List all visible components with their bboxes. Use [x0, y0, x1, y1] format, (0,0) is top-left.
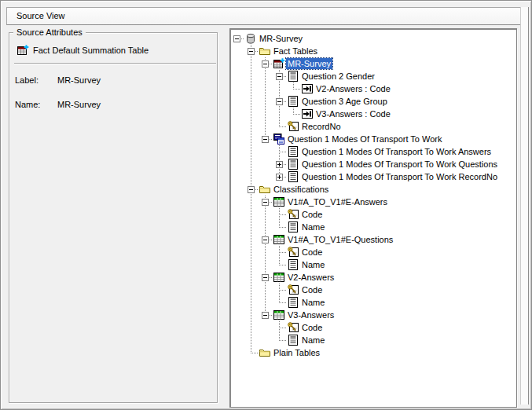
tree-guide-line — [251, 108, 251, 120]
tree-item[interactable]: Classifications — [232, 183, 515, 196]
tree-item[interactable]: RecordNo — [232, 120, 515, 133]
tree-item-label[interactable]: Question 2 Gender — [300, 71, 376, 82]
tree-item[interactable]: V3-Answers — [232, 309, 515, 321]
list-icon — [287, 296, 299, 309]
tree-item-label[interactable]: V1#A_TO_V1#E-Questions — [286, 234, 394, 245]
tree-item-label[interactable]: Question 1 Modes Of Transport To Work Qu… — [300, 159, 499, 170]
tree-item[interactable]: Plain Tables — [232, 346, 515, 359]
folder-icon — [259, 183, 271, 196]
fact-table-icon — [17, 44, 29, 57]
tree-item[interactable]: V1#A_TO_V1#E-Questions — [232, 233, 515, 246]
tree-guide-line — [265, 82, 266, 95]
tree-guide-line — [251, 158, 251, 170]
tree-item-label[interactable]: Question 1 Modes Of Transport To Work — [286, 134, 443, 145]
group-title: Source Attributes — [13, 27, 86, 37]
tree-item[interactable]: Code — [232, 246, 515, 258]
tree-item-label[interactable]: Classifications — [272, 184, 330, 195]
tree-expander-plus[interactable] — [276, 174, 283, 181]
tree-item[interactable]: Name — [232, 221, 515, 233]
tree-expander-minus[interactable] — [262, 236, 269, 243]
list-icon — [287, 145, 299, 158]
tree-expander-minus[interactable] — [276, 73, 283, 80]
tree-guide-line — [279, 82, 280, 95]
tree-item[interactable]: V2-Answers : Code — [232, 82, 515, 95]
source-tree[interactable]: MR-SurveyFact TablesMR-SurveyQuestion 2 … — [229, 28, 517, 408]
tree-item-label[interactable]: Name — [300, 335, 326, 346]
tree-item[interactable]: Question 1 Modes Of Transport To Work Qu… — [232, 158, 515, 170]
tree-item-label[interactable]: Code — [300, 322, 324, 333]
tree-item-label[interactable]: Name — [300, 221, 326, 232]
pane-header: Source View — [6, 7, 525, 25]
tree-item[interactable]: Fact Tables — [232, 45, 515, 57]
tree-item-label[interactable]: Code — [300, 284, 324, 295]
tree-item-label[interactable]: V3-Answers — [286, 309, 336, 320]
tree-expander-minus[interactable] — [276, 98, 283, 105]
tree-item-label[interactable]: Fact Tables — [272, 46, 319, 57]
tree-item-label[interactable]: Code — [300, 247, 324, 258]
list-icon — [287, 70, 299, 82]
tree-expander-minus[interactable] — [262, 312, 269, 319]
tree-guide-line — [279, 252, 286, 253]
folder-icon — [259, 45, 271, 57]
tree-item-label[interactable]: Name — [300, 297, 326, 308]
tree-item-label[interactable]: Name — [300, 259, 326, 270]
tree-guide-line — [265, 70, 266, 82]
key-icon — [287, 246, 299, 258]
tree-expander-minus[interactable] — [262, 60, 269, 68]
tree-expander-minus[interactable] — [233, 35, 240, 42]
tree-guide-line — [251, 284, 251, 296]
tree-expander-minus[interactable] — [262, 274, 269, 281]
tree-item[interactable]: Name — [232, 334, 515, 346]
tree-item-label[interactable]: V3-Answers : Code — [314, 108, 392, 119]
tree-guide-line — [293, 89, 300, 90]
tree-expander-minus[interactable] — [262, 136, 269, 143]
folder-icon — [259, 346, 271, 359]
tree-item-label[interactable]: Question 1 Modes Of Transport To Work Re… — [300, 171, 499, 182]
tree-item[interactable]: Question 3 Age Group — [232, 95, 515, 108]
list-icon — [287, 334, 299, 346]
tree-item-label[interactable]: V1#A_TO_V1#E-Answers — [286, 196, 389, 207]
tree-item[interactable]: V1#A_TO_V1#E-Answers — [232, 196, 515, 208]
tree-item[interactable]: MR-Survey — [232, 32, 515, 45]
tree-item[interactable]: V3-Answers : Code — [232, 108, 515, 120]
tree-item[interactable]: Code — [232, 284, 515, 296]
tree-item[interactable]: MR-Survey — [232, 57, 515, 70]
tree-item-label[interactable]: Plain Tables — [272, 347, 321, 358]
tree-guide-line — [279, 126, 286, 127]
separator — [14, 63, 216, 64]
tree-item-label[interactable]: Question 3 Age Group — [300, 96, 389, 107]
tree-item-label[interactable]: MR-Survey — [286, 58, 332, 69]
list-icon — [287, 258, 299, 271]
tree-guide-line — [279, 227, 286, 228]
tree-item-label[interactable]: Question 1 Modes Of Transport To Work An… — [300, 146, 493, 157]
tree-item-label[interactable]: RecordNo — [300, 121, 343, 132]
tree-item[interactable]: Name — [232, 258, 515, 271]
tree-expander-minus[interactable] — [248, 186, 255, 193]
label-field-value: MR-Survey — [57, 75, 101, 85]
arrow-code-icon — [301, 108, 314, 120]
source-view-pane: Source View Source Attributes Fact Defau… — [0, 0, 532, 410]
tree-item[interactable]: V2-Answers — [232, 271, 515, 284]
tree-item[interactable]: Question 1 Modes Of Transport To Work Re… — [232, 170, 515, 183]
tree-item[interactable]: Code — [232, 208, 515, 221]
summary-table-label: Fact Default Summation Table — [33, 46, 149, 55]
tree-guide-line — [265, 95, 266, 108]
tree-guide-line — [279, 214, 286, 215]
tree-item[interactable]: Code — [232, 321, 515, 334]
tree-item-label[interactable]: MR-Survey — [258, 33, 304, 44]
tree-expander-minus[interactable] — [262, 199, 269, 206]
tree-guide-line — [265, 258, 266, 271]
tree-guide-line — [251, 70, 251, 82]
tree-item[interactable]: Question 1 Modes Of Transport To Work An… — [232, 145, 515, 158]
tree-item[interactable]: Name — [232, 296, 515, 309]
tree-expander-minus[interactable] — [248, 48, 255, 55]
tree-item-label[interactable]: Code — [300, 209, 324, 220]
tree-guide-line — [251, 120, 251, 133]
tree-expander-plus[interactable] — [276, 161, 283, 168]
tree-item[interactable]: Question 1 Modes Of Transport To Work — [232, 133, 515, 145]
class-table-icon — [273, 233, 285, 246]
tree-item-label[interactable]: V2-Answers — [286, 272, 336, 283]
tree-item[interactable]: Question 2 Gender — [232, 70, 515, 82]
window-frame-strip — [520, 7, 529, 405]
tree-item-label[interactable]: V2-Answers : Code — [314, 83, 392, 94]
